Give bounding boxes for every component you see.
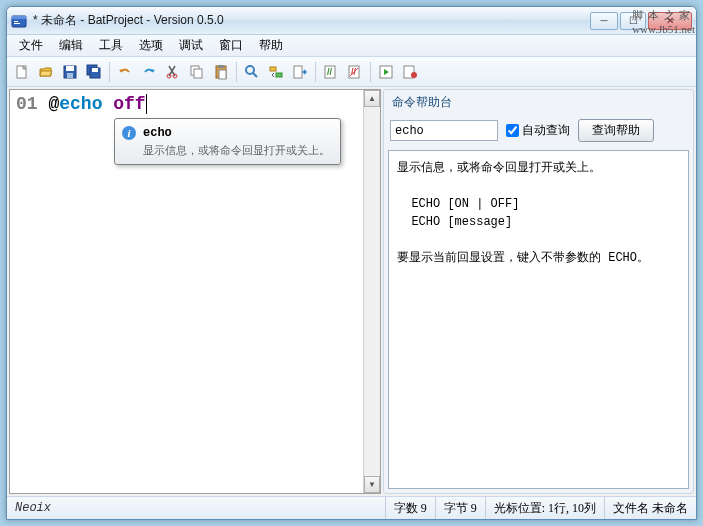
help-command-input[interactable] xyxy=(390,120,498,141)
svg-rect-7 xyxy=(67,73,73,78)
menubar: 文件 编辑 工具 选项 调试 窗口 帮助 xyxy=(7,35,696,57)
window-title: * 未命名 - BatProject - Version 0.5.0 xyxy=(33,12,590,29)
status-char-count: 字数 9 xyxy=(385,497,435,519)
status-filename: 文件名 未命名 xyxy=(604,497,696,519)
svg-text://: // xyxy=(327,67,333,77)
main-area: 01 @echo off i echo 显示信息，或将命令回显打开或关上。 ▲ … xyxy=(7,87,696,496)
cut-icon[interactable] xyxy=(162,61,184,83)
svg-rect-22 xyxy=(294,66,302,78)
editor-pane: 01 @echo off i echo 显示信息，或将命令回显打开或关上。 ▲ … xyxy=(9,89,381,494)
svg-rect-20 xyxy=(270,67,276,71)
toolbar: // // xyxy=(7,57,696,87)
open-file-icon[interactable] xyxy=(35,61,57,83)
goto-icon[interactable] xyxy=(289,61,311,83)
help-pane: 命令帮助台 自动查询 查询帮助 显示信息，或将命令回显打开或关上。 ECHO [… xyxy=(383,89,694,494)
svg-rect-10 xyxy=(92,68,98,72)
svg-rect-1 xyxy=(12,16,26,19)
tooltip-title: echo xyxy=(143,126,172,140)
help-panel-title: 命令帮助台 xyxy=(388,94,689,115)
new-file-icon[interactable] xyxy=(11,61,33,83)
titlebar[interactable]: * 未命名 - BatProject - Version 0.5.0 ─ ☐ ✕ xyxy=(7,7,696,35)
copy-icon[interactable] xyxy=(186,61,208,83)
help-output[interactable]: 显示信息，或将命令回显打开或关上。 ECHO [ON | OFF] ECHO [… xyxy=(388,150,689,489)
watermark: 脚 本 之 家 www.Jb51.net xyxy=(632,8,695,35)
svg-rect-21 xyxy=(276,73,282,77)
menu-options[interactable]: 选项 xyxy=(131,35,171,56)
app-icon xyxy=(11,13,27,29)
svg-point-30 xyxy=(411,72,417,78)
comment-icon[interactable]: // xyxy=(320,61,342,83)
info-icon: i xyxy=(121,125,137,141)
menu-window[interactable]: 窗口 xyxy=(211,35,251,56)
tooltip-description: 显示信息，或将命令回显打开或关上。 xyxy=(143,143,330,158)
uncomment-icon[interactable]: // xyxy=(344,61,366,83)
svg-rect-17 xyxy=(219,70,226,79)
menu-tools[interactable]: 工具 xyxy=(91,35,131,56)
statusbar: Neoix 字数 9 字节 9 光标位置: 1行, 10列 文件名 未命名 xyxy=(7,496,696,519)
vertical-scrollbar[interactable]: ▲ ▼ xyxy=(363,90,380,493)
svg-rect-3 xyxy=(14,23,20,24)
menu-edit[interactable]: 编辑 xyxy=(51,35,91,56)
main-window: * 未命名 - BatProject - Version 0.5.0 ─ ☐ ✕… xyxy=(6,6,697,520)
run-icon[interactable] xyxy=(375,61,397,83)
scroll-up-button[interactable]: ▲ xyxy=(364,90,380,107)
scroll-down-button[interactable]: ▼ xyxy=(364,476,380,493)
status-byte-count: 字节 9 xyxy=(435,497,485,519)
svg-rect-14 xyxy=(194,69,202,78)
paste-icon[interactable] xyxy=(210,61,232,83)
line-number: 01 xyxy=(16,94,38,114)
menu-file[interactable]: 文件 xyxy=(11,35,51,56)
svg-point-18 xyxy=(246,66,254,74)
save-icon[interactable] xyxy=(59,61,81,83)
query-help-button[interactable]: 查询帮助 xyxy=(578,119,654,142)
minimize-button[interactable]: ─ xyxy=(590,12,618,30)
status-cursor-pos: 光标位置: 1行, 10列 xyxy=(485,497,604,519)
svg-rect-2 xyxy=(14,21,18,22)
svg-rect-6 xyxy=(66,66,74,71)
save-all-icon[interactable] xyxy=(83,61,105,83)
text-cursor xyxy=(146,94,147,114)
menu-debug[interactable]: 调试 xyxy=(171,35,211,56)
svg-line-19 xyxy=(253,73,257,77)
status-author: Neoix xyxy=(7,501,385,515)
redo-icon[interactable] xyxy=(138,61,160,83)
code-editor[interactable]: 01 @echo off i echo 显示信息，或将命令回显打开或关上。 xyxy=(10,90,363,493)
replace-icon[interactable] xyxy=(265,61,287,83)
auto-query-checkbox[interactable]: 自动查询 xyxy=(506,122,570,139)
svg-rect-16 xyxy=(218,65,224,68)
menu-help[interactable]: 帮助 xyxy=(251,35,291,56)
debug-icon[interactable] xyxy=(399,61,421,83)
code-hint-tooltip: i echo 显示信息，或将命令回显打开或关上。 xyxy=(114,118,341,165)
undo-icon[interactable] xyxy=(114,61,136,83)
find-icon[interactable] xyxy=(241,61,263,83)
